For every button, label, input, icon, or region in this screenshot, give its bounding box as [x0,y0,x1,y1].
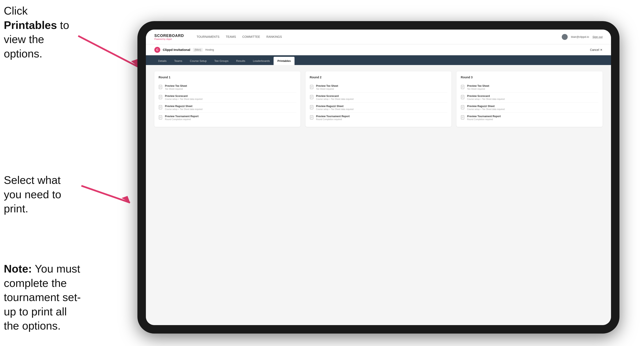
close-icon: ✕ [600,48,602,51]
round1-tournament-report[interactable]: Preview Tournament Report Round Completi… [158,113,296,123]
annotation-middle: Select what you need to print. [4,173,80,216]
sub-navigation: Details Teams Course Setup Tee Groups Re… [146,55,611,65]
round2-tournament-report[interactable]: Preview Tournament Report Round Completi… [310,113,447,123]
tablet-screen: SCOREBOARD Powered by clippd TOURNAMENTS… [146,29,611,325]
r2-raguzzi-subtitle: Course setup + Tee Sheet data required [316,108,447,110]
nav-teams[interactable]: TEAMS [226,34,236,40]
tab-results[interactable]: Results [232,57,249,65]
tournament-title-area: C Clippd Invitational (Men) Hosting [154,47,214,53]
arrow-middle-icon [79,181,134,211]
tab-printables[interactable]: Printables [274,57,294,65]
tournament-header: C Clippd Invitational (Men) Hosting Canc… [146,44,611,55]
round1-scorecard[interactable]: Preview Scorecard Course setup + Tee She… [158,92,296,103]
tournament-badge: (Men) [193,48,203,52]
tournament-name: Clippd Invitational [163,48,190,51]
powered-by: Powered by clippd [154,38,184,40]
document-icon [310,85,314,90]
r1-raguzzi-subtitle: Course setup + Tee Sheet data required [165,108,296,110]
r2-tee-sheet-subtitle: Tee Sheet required [316,88,447,90]
user-email: blair@clippd.io [571,35,589,38]
tab-course-setup[interactable]: Course Setup [186,57,210,65]
hosting-badge: Hosting [205,48,214,51]
r2-tee-sheet-title: Preview Tee Sheet [316,84,447,87]
r3-report-title: Preview Tournament Report [467,115,598,118]
svg-line-0 [78,36,140,68]
r3-tee-sheet-title: Preview Tee Sheet [467,84,598,87]
rounds-grid: Round 1 Preview Tee Sheet Tee Sheet requ… [154,71,602,127]
tab-teams[interactable]: Teams [170,57,186,65]
tab-details[interactable]: Details [154,57,170,65]
logo-area: SCOREBOARD Powered by clippd [154,33,184,40]
tablet-device: SCOREBOARD Powered by clippd TOURNAMENTS… [138,21,620,334]
round-2-title: Round 2 [310,76,447,79]
r2-report-title: Preview Tournament Report [316,115,447,118]
r1-tee-sheet-subtitle: Tee Sheet required [165,88,296,90]
r1-report-title: Preview Tournament Report [165,115,296,118]
document-icon [310,115,314,120]
round2-tee-sheet[interactable]: Preview Tee Sheet Tee Sheet required [310,82,447,92]
top-nav-links: TOURNAMENTS TEAMS COMMITTEE RANKINGS [197,34,553,40]
r1-scorecard-subtitle: Course setup + Tee Sheet data required [165,98,296,100]
r1-raguzzi-title: Preview Raguzzi Sheet [165,105,296,108]
tournament-logo: C [154,47,160,53]
r3-report-subtitle: Round Completion required [467,118,598,121]
r3-raguzzi-title: Preview Raguzzi Sheet [467,105,598,108]
document-icon [461,115,465,120]
document-icon [310,105,314,110]
nav-committee[interactable]: COMMITTEE [242,34,260,40]
tab-tee-groups[interactable]: Tee Groups [210,57,232,65]
document-icon [461,85,465,90]
r2-report-subtitle: Round Completion required [316,118,447,121]
tab-leaderboards[interactable]: Leaderboards [249,57,274,65]
cancel-button[interactable]: Cancel ✕ [590,48,602,51]
round1-tee-sheet[interactable]: Preview Tee Sheet Tee Sheet required [158,82,296,92]
r2-scorecard-subtitle: Course setup + Tee Sheet data required [316,98,447,100]
round-3-title: Round 3 [461,76,598,79]
round-2-section: Round 2 Preview Tee Sheet Tee Sheet requ… [306,71,452,127]
round2-raguzzi[interactable]: Preview Raguzzi Sheet Course setup + Tee… [310,103,447,113]
r2-scorecard-title: Preview Scorecard [316,95,447,98]
scoreboard-logo: SCOREBOARD [154,33,184,38]
r3-scorecard-title: Preview Scorecard [467,95,598,98]
arrow-top-icon [76,34,144,72]
document-icon [310,95,314,100]
round1-raguzzi[interactable]: Preview Raguzzi Sheet Course setup + Tee… [158,103,296,113]
r1-scorecard-title: Preview Scorecard [165,95,296,98]
document-icon [158,85,163,90]
document-icon [158,105,163,110]
round2-scorecard[interactable]: Preview Scorecard Course setup + Tee She… [310,92,447,103]
round3-tournament-report[interactable]: Preview Tournament Report Round Completi… [461,113,598,123]
nav-tournaments[interactable]: TOURNAMENTS [197,34,220,40]
nav-rankings[interactable]: RANKINGS [266,34,282,40]
main-content: Round 1 Preview Tee Sheet Tee Sheet requ… [146,65,611,325]
user-avatar [562,34,568,40]
top-navigation: SCOREBOARD Powered by clippd TOURNAMENTS… [146,29,611,44]
document-icon [158,95,163,100]
round-1-section: Round 1 Preview Tee Sheet Tee Sheet requ… [154,71,300,127]
r3-raguzzi-subtitle: Course setup + Tee Sheet data required [467,108,598,110]
round3-tee-sheet[interactable]: Preview Tee Sheet Tee Sheet required [461,82,598,92]
svg-line-2 [82,186,130,203]
annotation-bottom: Note: You must complete the tournament s… [4,262,84,333]
r2-raguzzi-title: Preview Raguzzi Sheet [316,105,447,108]
document-icon [461,95,465,100]
round-3-section: Round 3 Preview Tee Sheet Tee Sheet requ… [456,71,602,127]
annotation-top: Click Printables to view the options. [4,4,76,61]
r3-scorecard-subtitle: Course setup + Tee Sheet data required [467,98,598,100]
round3-scorecard[interactable]: Preview Scorecard Course setup + Tee She… [461,92,598,103]
r1-report-subtitle: Round Completion required [165,118,296,121]
r1-tee-sheet-title: Preview Tee Sheet [165,84,296,87]
round-1-title: Round 1 [158,76,296,79]
top-nav-right: blair@clippd.io Sign out [562,34,602,40]
document-icon [158,115,163,120]
round3-raguzzi[interactable]: Preview Raguzzi Sheet Course setup + Tee… [461,103,598,113]
sign-out-link[interactable]: Sign out [592,35,602,38]
r3-tee-sheet-subtitle: Tee Sheet required [467,88,598,90]
document-icon [461,105,465,110]
